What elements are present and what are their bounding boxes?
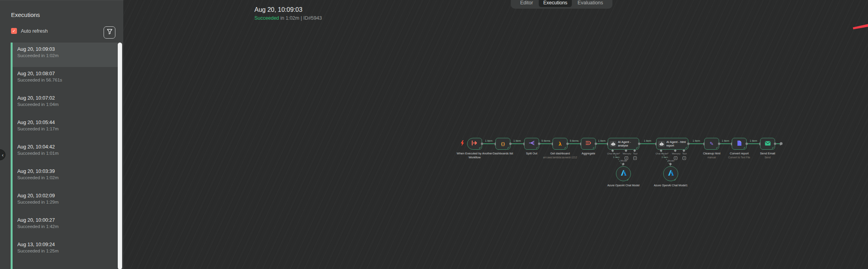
model-connections	[608, 150, 698, 168]
status-badge: Succeeded	[254, 15, 279, 21]
edge-label: 1 item	[662, 156, 668, 158]
executions-list: Aug 20, 10:09:03 Succeeded in 1:02m Aug …	[13, 43, 118, 262]
edge-label: 5 items	[542, 139, 551, 142]
workflow-canvas[interactable]: Aug 20, 10:09:03 Succeeded in 1:02m | ID…	[123, 0, 868, 269]
node-label: Send Email Send	[749, 152, 786, 159]
execution-status: Succeeded in 56.761s	[17, 78, 118, 82]
success-check-icon: ✓	[507, 146, 510, 150]
trigger-bolt-icon	[460, 140, 464, 148]
node-split-out[interactable]: ✓	[524, 138, 539, 150]
connection	[482, 143, 495, 144]
connection	[539, 143, 553, 144]
node-execute-workflow-trigger[interactable]: ✓	[467, 138, 482, 150]
execution-list-item[interactable]: Aug 20, 10:07:02 Succeeded in 1:04m	[13, 91, 118, 116]
tab-evaluations[interactable]: Evaluations	[573, 0, 608, 7]
execution-time: Aug 20, 10:05:44	[17, 120, 118, 125]
edge-label: 1 item	[598, 139, 605, 142]
execution-list-item[interactable]: Aug 20, 10:08:07 Succeeded in 56.761s	[13, 67, 118, 91]
executions-sidebar: Executions ✓ Auto refresh Aug 20, 10:09:…	[0, 0, 123, 269]
tab-editor[interactable]: Editor	[516, 0, 538, 7]
auto-refresh-row: ✓ Auto refresh	[11, 28, 48, 34]
execution-time: Aug 20, 10:02:09	[17, 193, 118, 199]
success-check-icon: ✓	[627, 178, 629, 182]
annotation-arrow	[850, 11, 868, 35]
connection-endpoint	[780, 142, 783, 145]
node-send-email[interactable]: ✓	[760, 138, 775, 150]
node-title: Send Email	[749, 152, 786, 156]
connection	[639, 143, 656, 144]
auto-refresh-checkbox[interactable]: ✓	[11, 28, 17, 34]
node-subtitle: arn:aws:lambda:sa-west-1212	[542, 156, 578, 159]
node-dashboards-list[interactable]: { } ✓	[495, 138, 510, 150]
robot-icon	[610, 141, 616, 147]
execution-time: Aug 20, 10:09:03	[17, 46, 118, 52]
filter-button[interactable]	[104, 26, 115, 39]
auto-refresh-label: Auto refresh	[21, 28, 48, 34]
execution-detail: in 1:02m | ID#5943	[279, 15, 322, 21]
execution-status: Succeeded in 1:04m	[17, 102, 118, 107]
n8n-executions-view: { "sidebar": { "title": "Executions", "a…	[0, 0, 868, 269]
edge-label: 1 item	[485, 139, 492, 142]
connection	[688, 143, 704, 144]
success-check-icon: ✓	[685, 146, 688, 150]
execution-time: Aug 20, 10:03:39	[17, 169, 118, 174]
success-check-icon: ✓	[536, 146, 538, 150]
tab-executions[interactable]: Executions	[539, 0, 571, 7]
execution-list-item[interactable]: Aug 20, 10:09:03 Succeeded in 1:02m	[13, 43, 118, 67]
node-title: AI Agent - html report	[666, 140, 686, 147]
execution-status: Succeeded in 1:25m	[17, 249, 118, 253]
sidebar-scrollbar[interactable]	[118, 43, 122, 269]
success-check-icon: ✓	[564, 146, 567, 150]
node-convert-report[interactable]: ✓	[732, 138, 747, 150]
execution-status: Succeeded in 1:02m	[17, 53, 118, 58]
execution-time: Aug 20, 10:08:07	[17, 71, 118, 76]
connector-label: Model	[668, 160, 674, 162]
success-check-icon: ✓	[674, 178, 677, 182]
checkmark-icon: ✓	[12, 29, 15, 33]
execution-list-item[interactable]: Aug 20, 10:00:27 Succeeded in 1:42m	[13, 213, 118, 238]
node-ai-agent-html-report[interactable]: AI Agent - html report ✓	[656, 138, 688, 150]
execution-list-item[interactable]: Aug 20, 10:03:39 Succeeded in 1:02m	[13, 165, 118, 189]
execution-list-item[interactable]: Aug 20, 10:05:44 Succeeded in 1:17m	[13, 116, 118, 140]
execute-workflow-trigger-icon	[471, 140, 478, 147]
connection	[568, 143, 581, 144]
sidebar-title: Executions	[11, 11, 40, 18]
success-check-icon: ✓	[743, 146, 746, 150]
execution-time: Aug 13, 10:09:24	[17, 242, 118, 247]
view-tabbar: Editor Executions Evaluations	[511, 0, 612, 9]
node-cleanup-html[interactable]: ✎ ✓	[704, 138, 719, 150]
node-azure-openai-chat-model1[interactable]: ✓	[663, 166, 678, 181]
execution-list-item[interactable]: Aug 20, 10:04:42 Succeeded in 1:01m	[13, 140, 118, 165]
node-aggregate[interactable]: ✓	[581, 138, 596, 150]
split-out-icon	[529, 140, 535, 147]
execution-status: Succeeded in 1:29m	[17, 200, 118, 204]
execution-list-item[interactable]: Aug 20, 10:02:09 Succeeded in 1:29m	[13, 189, 118, 213]
edge-label: 1 item	[613, 156, 619, 158]
success-check-icon: ✓	[592, 146, 595, 150]
execution-header: Aug 20, 10:09:03 Succeeded in 1:02m | ID…	[254, 6, 322, 21]
node-subtitle: Send	[749, 156, 786, 159]
azure-icon	[620, 170, 627, 178]
node-label: Aggregate	[570, 152, 606, 156]
edge-label: 1 item	[644, 139, 651, 142]
funnel-icon	[107, 29, 113, 36]
connection	[719, 143, 732, 144]
execution-status: Succeeded in 1:02m	[17, 175, 118, 180]
azure-icon	[668, 170, 674, 178]
execution-time: Aug 20, 10:04:42	[17, 144, 118, 150]
email-icon	[765, 140, 771, 147]
node-title: AI Agent - analyse	[618, 140, 637, 147]
connection	[747, 143, 760, 144]
success-check-icon: ✓	[479, 146, 481, 150]
connector-label: Model	[621, 160, 627, 162]
execution-list-item[interactable]: Aug 13, 10:09:24 Succeeded in 1:25m	[13, 238, 118, 262]
node-get-dashboard[interactable]: λ ✓	[553, 138, 568, 150]
execution-status: Succeeded in 1:01m	[17, 151, 118, 156]
execution-status: Succeeded in 1:17m	[17, 126, 118, 131]
execution-header-subtitle: Succeeded in 1:02m | ID#5943	[254, 15, 322, 21]
edge-label: 1 item	[692, 139, 700, 142]
node-ai-agent-analyse[interactable]: AI Agent - analyse ✓	[608, 138, 639, 150]
edge-label: 5 items	[570, 139, 579, 142]
node-azure-openai-chat-model[interactable]: ✓	[616, 166, 631, 181]
node-label: Azure OpenAI Chat Model	[606, 184, 641, 187]
